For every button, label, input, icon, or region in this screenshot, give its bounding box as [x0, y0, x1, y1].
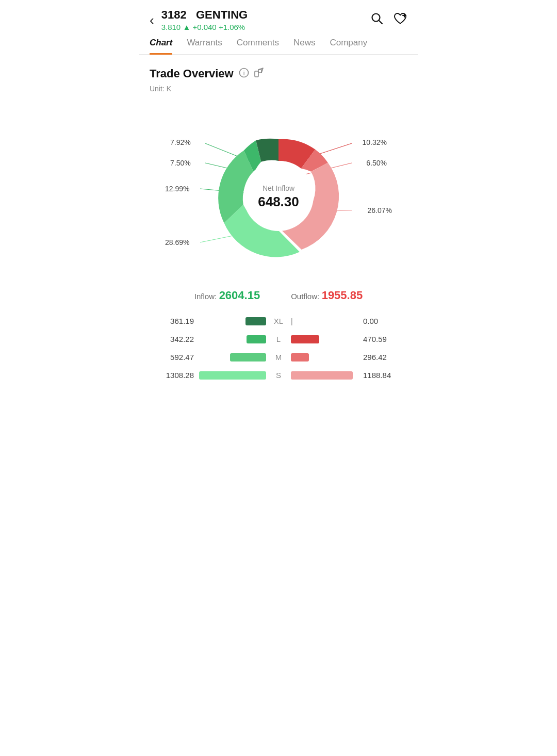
tab-comments[interactable]: Comments: [237, 38, 279, 55]
s-inflow-bar: [199, 371, 266, 380]
xl-right-value: 0.00: [363, 317, 402, 325]
price-pct: +1.06%: [219, 23, 245, 31]
flow-summary: Inflow: 2604.15 Outflow: 1955.85: [150, 289, 407, 302]
s-left-value: 1308.28: [155, 371, 194, 380]
inflow-value: 2604.15: [219, 289, 260, 302]
xl-zero-indicator: |: [291, 317, 293, 325]
xl-inflow-bar: [245, 317, 266, 325]
bar-row-s: 1308.28 S 1188.84: [155, 371, 402, 380]
back-button[interactable]: ‹: [150, 13, 154, 27]
s-label: S: [271, 371, 286, 380]
header: ‹ 3182 GENTING 3.810 ▲ +0.040 +1.06%: [139, 0, 418, 38]
xl-left-bar-container: [199, 317, 266, 325]
search-icon[interactable]: [370, 12, 384, 28]
m-left-bar-container: [199, 353, 266, 361]
chart-svg: Net Inflow 648.30: [165, 103, 392, 289]
l-label: L: [271, 335, 286, 343]
stock-name: GENTING: [196, 8, 248, 21]
tab-news[interactable]: News: [293, 38, 316, 55]
header-left: ‹ 3182 GENTING 3.810 ▲ +0.040 +1.06%: [150, 8, 248, 31]
m-inflow-bar: [230, 353, 266, 361]
xl-right-bar-container: |: [291, 317, 358, 325]
bar-row-l: 342.22 L 470.59: [155, 335, 402, 343]
tab-warrants[interactable]: Warrants: [187, 38, 222, 55]
s-right-bar-container: [291, 371, 358, 380]
xl-label: XL: [271, 317, 286, 325]
svg-text:i: i: [243, 69, 244, 76]
svg-rect-6: [255, 71, 258, 77]
l-left-bar-container: [199, 335, 266, 343]
tab-bar: Chart Warrants Comments News Company: [139, 38, 418, 55]
svg-line-1: [379, 20, 383, 24]
xl-left-value: 361.19: [155, 317, 194, 325]
m-outflow-bar: [291, 353, 309, 361]
inflow-item: Inflow: 2604.15: [194, 289, 260, 302]
stock-title: 3182 GENTING: [161, 8, 248, 22]
l-right-bar-container: [291, 335, 358, 343]
m-right-bar-container: [291, 353, 358, 361]
m-right-value: 296.42: [363, 353, 402, 361]
m-label: M: [271, 353, 286, 361]
outflow-label: Outflow:: [291, 292, 319, 301]
l-left-value: 342.22: [155, 335, 194, 343]
tab-company[interactable]: Company: [330, 38, 367, 55]
svg-text:Net Inflow: Net Inflow: [263, 184, 295, 192]
stock-price: 3.810 ▲ +0.040 +1.06%: [161, 23, 248, 31]
l-inflow-bar: [247, 335, 266, 343]
price-arrow: ▲: [183, 23, 192, 31]
l-outflow-bar: [291, 335, 319, 343]
watchlist-icon[interactable]: [393, 12, 407, 28]
price-change: +0.040: [192, 23, 216, 31]
svg-text:648.30: 648.30: [258, 194, 299, 209]
tab-chart[interactable]: Chart: [150, 38, 172, 55]
section-title: Trade Overview: [150, 67, 234, 80]
unit-label: Unit: K: [150, 85, 407, 93]
l-right-value: 470.59: [363, 335, 402, 343]
outflow-item: Outflow: 1955.85: [291, 289, 363, 302]
share-icon[interactable]: [254, 68, 265, 80]
info-icon[interactable]: i: [239, 68, 249, 80]
bar-row-m: 592.47 M 296.42: [155, 353, 402, 361]
stock-info: 3182 GENTING 3.810 ▲ +0.040 +1.06%: [161, 8, 248, 31]
m-left-value: 592.47: [155, 353, 194, 361]
bar-table: 361.19 XL | 0.00 342.22 L 470.59 592.47: [150, 317, 407, 380]
s-outflow-bar: [291, 371, 353, 380]
inflow-label: Inflow:: [194, 292, 217, 301]
outflow-value: 1955.85: [322, 289, 363, 302]
bar-row-xl: 361.19 XL | 0.00: [155, 317, 402, 325]
price-value: 3.810: [161, 23, 181, 31]
s-left-bar-container: [199, 371, 266, 380]
stock-code: 3182: [161, 8, 187, 21]
section-title-row: Trade Overview i: [150, 67, 407, 80]
chart-container: 7.92% 7.50% 12.99% 28.69% 10.32% 6.50% 2…: [150, 103, 407, 289]
header-right: [370, 12, 407, 28]
chart-outer: 7.92% 7.50% 12.99% 28.69% 10.32% 6.50% 2…: [165, 103, 392, 289]
main-content: Trade Overview i Unit: K 7.92% 7.50% 12.…: [139, 55, 418, 390]
s-right-value: 1188.84: [363, 371, 402, 380]
